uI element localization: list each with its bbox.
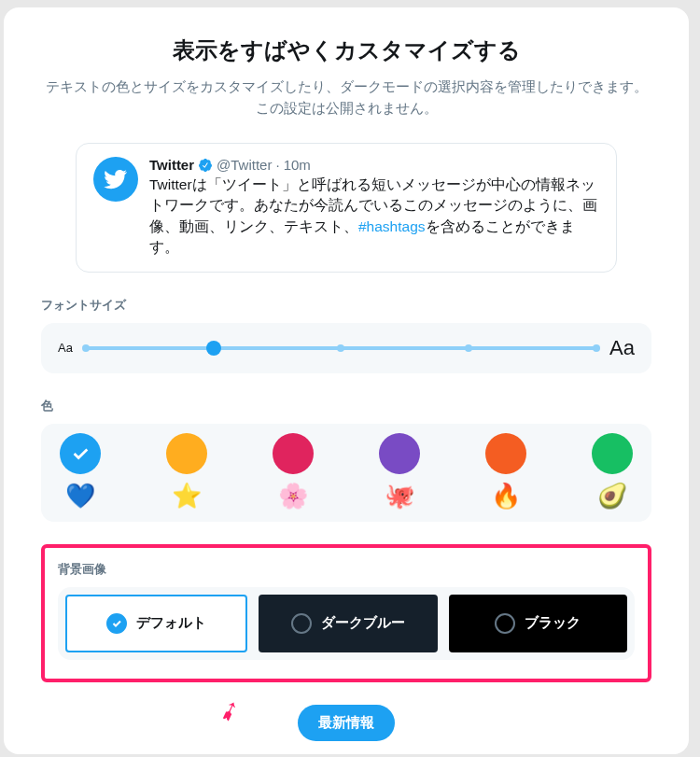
background-label: 背景画像 [58,561,635,578]
fontsize-large-indicator: Aa [609,336,635,360]
color-emoji: 🌸 [278,482,308,511]
background-option-default[interactable]: デフォルト [65,595,247,652]
slider-stop [465,344,472,352]
background-option-label: ダークブルー [321,614,405,632]
color-option-orange[interactable]: 🔥 [485,433,526,511]
slider-stop [593,344,600,352]
twitter-bird-icon [104,167,128,191]
background-options-row: デフォルト ダークブルー ブラック [58,587,635,660]
dialog-footer: ➹ 最新情報 [41,705,651,741]
fontsize-slider-container: Aa Aa [41,323,651,373]
background-section-highlight: 背景画像 デフォルト ダークブルー ブラック [41,544,651,682]
color-options-row: 💙 ⭐ 🌸 🐙 🔥 🥑 [41,424,651,522]
color-option-yellow[interactable]: ⭐ [166,433,207,511]
fontsize-label: フォントサイズ [41,297,651,314]
tweet-author-name: Twitter [149,157,194,173]
tweet-hashtag[interactable]: #hashtags [358,218,426,234]
radio-checked-icon [106,613,127,634]
checkmark-icon [70,443,91,464]
color-label: 色 [41,398,651,414]
color-option-blue[interactable]: 💙 [60,433,101,511]
tweet-header: Twitter @Twitter · 10m [149,157,599,173]
radio-unchecked-icon [495,613,515,634]
background-option-label: デフォルト [136,614,206,632]
color-swatch [485,433,526,474]
dialog-title: 表示をすばやくカスタマイズする [41,35,651,65]
tweet-text: Twitterは「ツイート」と呼ばれる短いメッセージが中心の情報ネットワークです… [149,175,599,259]
slider-knob[interactable] [206,341,221,356]
tweet-handle: @Twitter [217,157,272,173]
background-option-black[interactable]: ブラック [449,595,627,652]
color-swatch [592,433,633,474]
annotation-arrow-icon: ➹ [214,693,245,729]
display-customize-dialog: 表示をすばやくカスタマイズする テキストの色とサイズをカスタマイズしたり、ダーク… [4,7,689,754]
color-emoji: 🐙 [385,482,414,511]
color-option-purple[interactable]: 🐙 [379,433,420,511]
color-emoji: 🔥 [491,482,521,511]
tweet-content: Twitter @Twitter · 10m Twitterは「ツイート」と呼ば… [149,157,599,259]
dialog-subtitle: テキストの色とサイズをカスタマイズしたり、ダークモードの選択内容を管理したりでき… [41,77,651,119]
fontsize-small-indicator: Aa [58,341,73,355]
background-option-dim[interactable]: ダークブルー [259,595,437,652]
color-swatch [166,433,207,474]
fontsize-slider[interactable] [86,346,596,350]
done-button[interactable]: 最新情報 [298,705,395,741]
color-emoji: 🥑 [597,482,627,511]
tweet-time: 10m [284,157,311,173]
color-option-pink[interactable]: 🌸 [273,433,314,511]
color-swatch [273,433,314,474]
tweet-separator: · [275,157,279,173]
sample-tweet: Twitter @Twitter · 10m Twitterは「ツイート」と呼ば… [76,143,617,273]
twitter-avatar [93,157,138,202]
background-option-label: ブラック [525,614,581,632]
radio-unchecked-icon [291,613,312,634]
color-option-green[interactable]: 🥑 [592,433,633,511]
color-emoji: ⭐ [172,482,202,511]
color-emoji: 💙 [65,482,95,511]
slider-stop [82,344,90,352]
slider-stop [337,344,344,352]
verified-badge-icon [198,158,213,173]
color-swatch [379,433,420,474]
color-swatch [60,433,101,474]
